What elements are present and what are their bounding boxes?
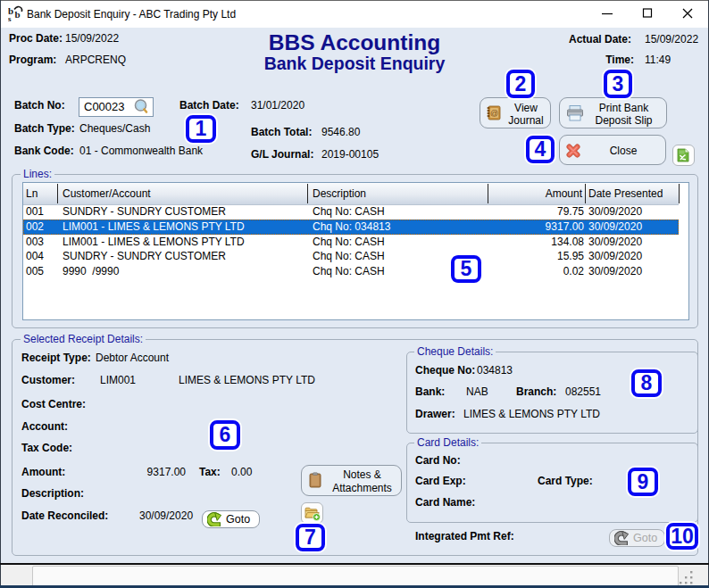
svg-text:@: @ [490, 109, 498, 118]
svg-text:b: b [15, 9, 21, 20]
svg-text:s: s [8, 14, 12, 22]
